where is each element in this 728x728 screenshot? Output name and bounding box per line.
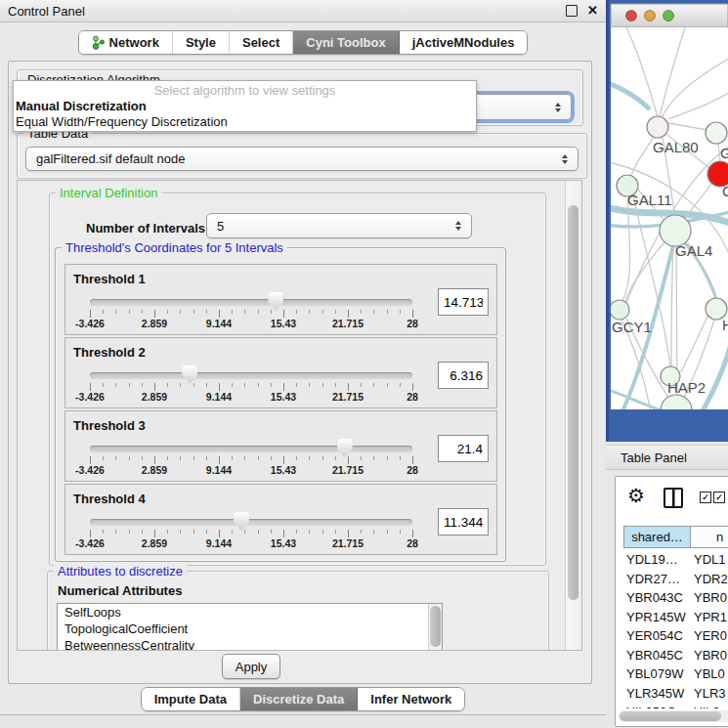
bottom-tab-label: Impute Data [154,692,227,707]
tick-mark [412,310,413,318]
table-row[interactable]: YBR043CYBR0 [623,588,728,608]
slider-thumb[interactable] [268,292,283,311]
bottom-tab-infer-network[interactable]: Infer Network [358,688,464,710]
tick-mark [154,530,155,537]
tick-mark [258,383,259,387]
threshold-panel-3: Threshold 3-3.4262.8599.14415.4321.71528 [64,410,497,482]
top-tab-strip: NetworkStyleSelectCyni ToolboxjActiveMNo… [0,30,606,55]
tick-label: 21.715 [332,318,364,329]
tab-network[interactable]: Network [79,31,173,54]
network-node-gal80[interactable] [647,116,668,138]
slider-track[interactable] [90,519,412,526]
network-icon [92,35,105,50]
tab-label: Network [109,35,159,50]
cell-shared-name: YBL079W [623,666,691,681]
close-traffic-light[interactable] [626,11,637,21]
tick-mark [335,383,336,387]
threshold-value-input[interactable] [438,362,489,389]
table-horizontal-scrollbar[interactable] [619,710,728,722]
attribute-item-topologicalcoefficient[interactable]: TopologicalCoefficient [58,621,442,637]
table-row[interactable]: YDR27…YDR2 [623,570,728,589]
tick-mark [115,310,116,314]
tick-mark [167,310,168,314]
slider-thumb[interactable] [234,512,249,531]
tab-label: jActiveMNodules [412,35,515,50]
attribute-item-selfloops[interactable]: SelfLoops [58,604,442,621]
tick-mark [180,383,181,387]
select-all-checkbox-icon[interactable]: ✓ [713,492,725,503]
tick-label: 28 [407,391,418,403]
bottom-tab-impute-data[interactable]: Impute Data [142,688,240,710]
tick-mark [348,456,349,464]
threshold-value-input[interactable] [438,508,489,535]
slider-thumb[interactable] [337,439,353,457]
gear-icon[interactable]: ⚙ [627,485,645,506]
tick-mark [348,383,349,391]
attributes-group: Attributes to discretize Numerical Attri… [47,571,549,651]
table-scrollbar-thumb[interactable] [620,711,721,721]
column-header-shared-[interactable]: shared… [623,526,691,548]
thresholds-group: Threshold's Coordinates for 5 Intervals … [55,247,506,562]
attributes-scrollbar-thumb[interactable] [430,606,441,647]
float-panel-icon[interactable] [566,5,578,17]
tick-mark [103,456,104,460]
table-header-row: shared…n [623,526,728,548]
settings-scrollbar-thumb[interactable] [568,205,578,600]
tick-label: 2.859 [142,464,167,476]
table-row[interactable]: YLR345WYLR3 [623,684,728,704]
network-node-gcy1[interactable] [610,300,629,320]
tick-mark [361,310,362,314]
bottom-tab-discretize-data[interactable]: Discretize Data [240,688,358,710]
slider-track[interactable] [90,299,412,306]
tick-mark [309,383,310,387]
slider-thumb[interactable] [182,365,197,384]
table-row[interactable]: YBR045CYBR0 [623,646,728,665]
select-all-checkbox-icon[interactable]: ✓ [700,492,711,503]
algorithm-option-equal-width-frequency-discretization[interactable]: Equal Width/Frequency Discretization [14,114,476,130]
slider-track[interactable] [90,372,412,379]
table-data-combobox[interactable]: galFiltered.sif default node [25,147,578,171]
tick-mark [154,456,155,464]
tick-label: 15.43 [271,464,296,476]
tab-select[interactable]: Select [230,31,293,54]
tick-mark [103,310,104,314]
network-view-window: GAL80GACGAL11GAL4GCY1HHAP2 [606,0,728,442]
table-row[interactable]: YBL079WYBL0 [623,664,728,684]
tick-mark [103,383,104,387]
tick-mark [322,310,323,314]
settings-scrollpane: Interval Definition Number of Intervals … [17,180,582,651]
threshold-value-input[interactable] [438,435,489,462]
table-row[interactable]: YDL19…YDL1 [623,550,728,570]
slider-track[interactable] [90,446,412,452]
cell-name: YER0 [691,628,727,643]
table-row[interactable]: YPR145WYPR1 [623,608,728,627]
tab-style[interactable]: Style [173,31,230,54]
cell-name: YBR0 [691,590,727,605]
tick-label: -3.426 [75,391,105,403]
attributes-listbox[interactable]: SelfLoopsTopologicalCoefficientBetweenne… [57,603,443,651]
table-row[interactable]: YER054CYER0 [623,626,728,646]
attributes-scrollbar[interactable] [428,604,442,651]
minimize-traffic-light[interactable] [645,11,656,21]
tab-jactivemnodules[interactable]: jActiveMNodules [400,31,528,54]
algorithm-option-manual-discretization[interactable]: Manual Discretization [14,99,476,114]
split-columns-icon[interactable] [664,488,683,508]
threshold-value-input[interactable] [438,288,489,316]
num-intervals-combobox[interactable]: 5 [206,213,472,238]
apply-button[interactable]: Apply [222,654,280,679]
zoom-traffic-light[interactable] [664,11,674,21]
network-node-ga[interactable] [706,122,727,144]
tick-mark [412,383,413,391]
settings-scrollbar[interactable] [565,181,581,650]
tick-mark [142,310,143,314]
tick-mark [180,310,181,314]
tick-mark [283,310,284,318]
application-root: Control Panel ✕ NetworkStyleSelectCyni T… [0,0,728,728]
interval-definition-label: Interval Definition [56,186,161,200]
tab-label: Style [186,35,216,50]
table-row[interactable]: YIL053CYIL0 [623,703,728,708]
tab-cyni-toolbox[interactable]: Cyni Toolbox [293,31,399,54]
attribute-item-betweennesscentrality[interactable]: BetweennessCentrality [58,637,442,651]
column-header-n[interactable]: n [691,526,728,548]
close-icon[interactable]: ✕ [587,6,598,16]
